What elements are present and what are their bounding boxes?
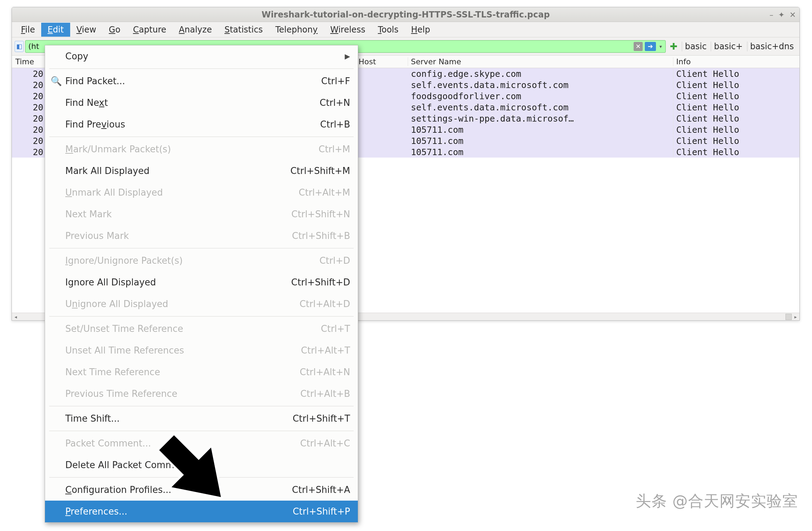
menu-item-label: Set/Unset Time Reference bbox=[65, 323, 321, 334]
menu-item-accel: Ctrl+Alt+N bbox=[300, 367, 350, 377]
menu-item-previous-mark: Previous MarkCtrl+Shift+B bbox=[45, 225, 358, 247]
menu-item-label: Time Shift... bbox=[65, 413, 293, 424]
menu-capture[interactable]: Capture bbox=[127, 23, 172, 37]
menu-wireless[interactable]: Wireless bbox=[324, 23, 371, 37]
menu-item-accel: Ctrl+Shift+B bbox=[292, 231, 350, 241]
menu-item-label: Previous Time Reference bbox=[65, 388, 300, 399]
scroll-thumb[interactable] bbox=[785, 314, 792, 320]
menu-item-ignore-all-displayed[interactable]: Ignore All DisplayedCtrl+Shift+D bbox=[45, 271, 358, 293]
menu-item-label: Delete All Packet Comments bbox=[65, 460, 350, 470]
menu-analyze[interactable]: Analyze bbox=[172, 23, 218, 37]
menu-item-time-shift[interactable]: Time Shift...Ctrl+Shift+T bbox=[45, 408, 358, 429]
menu-item-unmark-all-displayed: Unmark All DisplayedCtrl+Alt+M bbox=[45, 182, 358, 203]
submenu-arrow-icon: ▶ bbox=[345, 52, 350, 60]
minimize-icon[interactable]: – bbox=[769, 10, 773, 19]
menu-separator bbox=[49, 248, 354, 248]
filter-preset-basic-dns[interactable]: basic+dns bbox=[747, 42, 797, 51]
titlebar-controls: – ✦ ✕ bbox=[769, 7, 796, 22]
menu-separator bbox=[49, 68, 354, 69]
col-header-info[interactable]: Info bbox=[673, 57, 799, 66]
menu-item-find-packet[interactable]: 🔍Find Packet...Ctrl+F bbox=[45, 70, 358, 92]
menu-item-accel: Ctrl+Alt+M bbox=[299, 187, 350, 198]
menu-item-accel: Ctrl+Alt+T bbox=[301, 345, 350, 356]
menu-item-mark-unmark-packet-s: Mark/Unmark Packet(s)Ctrl+M bbox=[45, 138, 358, 160]
scroll-right-icon[interactable]: ▸ bbox=[792, 313, 799, 321]
menu-item-next-time-reference: Next Time ReferenceCtrl+Alt+N bbox=[45, 361, 358, 383]
menu-item-label: Previous Mark bbox=[65, 231, 292, 241]
close-icon[interactable]: ✕ bbox=[790, 10, 796, 19]
filter-preset-basic-plus[interactable]: basic+ bbox=[711, 42, 745, 51]
menu-item-accel: Ctrl+Shift+D bbox=[291, 277, 350, 288]
menu-item-accel: Ctrl+M bbox=[319, 144, 350, 154]
menu-item-accel: Ctrl+Alt+C bbox=[300, 438, 350, 449]
menu-item-accel: Ctrl+Shift+P bbox=[293, 506, 350, 517]
menu-item-configuration-profiles[interactable]: Configuration Profiles...Ctrl+Shift+A bbox=[45, 479, 358, 501]
menu-separator bbox=[49, 431, 354, 431]
menu-separator bbox=[49, 316, 354, 317]
menu-item-label: Packet Comment... bbox=[65, 438, 300, 449]
menu-statistics[interactable]: Statistics bbox=[218, 23, 269, 37]
menu-item-accel: Ctrl+Shift+A bbox=[292, 485, 350, 495]
menu-item-accel: Ctrl+Shift+N bbox=[291, 209, 350, 219]
menu-item-accel: Ctrl+Shift+M bbox=[290, 166, 350, 176]
menu-item-delete-all-packet-comments[interactable]: Delete All Packet Comments bbox=[45, 454, 358, 476]
menu-tools[interactable]: Tools bbox=[371, 23, 405, 37]
menu-item-set-unset-time-reference: Set/Unset Time ReferenceCtrl+T bbox=[45, 318, 358, 340]
menu-item-accel: Ctrl+Alt+B bbox=[300, 388, 350, 399]
menu-item-accel: Ctrl+N bbox=[320, 97, 350, 108]
search-icon: 🔍 bbox=[51, 76, 61, 86]
menu-item-copy[interactable]: Copy▶ bbox=[45, 45, 358, 67]
scroll-left-icon[interactable]: ◂ bbox=[12, 313, 20, 321]
col-header-server[interactable]: Server Name bbox=[408, 57, 673, 66]
menu-item-packet-comment: Packet Comment...Ctrl+Alt+C bbox=[45, 432, 358, 454]
menu-item-accel: Ctrl+F bbox=[321, 76, 350, 86]
add-filter-icon[interactable]: ✚ bbox=[667, 41, 680, 52]
menu-item-unset-all-time-references: Unset All Time ReferencesCtrl+Alt+T bbox=[45, 340, 358, 361]
menu-item-label: Mark All Displayed bbox=[65, 166, 290, 176]
menu-item-label: Configuration Profiles... bbox=[65, 485, 292, 495]
menu-item-label: Preferences... bbox=[65, 506, 293, 517]
filter-apply-icon[interactable]: ➔ bbox=[645, 42, 656, 51]
edit-menu-dropdown: Copy▶🔍Find Packet...Ctrl+FFind NextCtrl+… bbox=[45, 45, 358, 523]
filter-preset-basic[interactable]: basic bbox=[682, 42, 709, 51]
maximize-icon[interactable]: ✦ bbox=[778, 10, 784, 19]
menubar: File Edit View Go Capture Analyze Statis… bbox=[12, 22, 799, 37]
menu-item-label: Unmark All Displayed bbox=[65, 187, 299, 198]
menu-item-ignore-unignore-packet-s: Ignore/Unignore Packet(s)Ctrl+D bbox=[45, 250, 358, 271]
menu-edit[interactable]: Edit bbox=[41, 23, 70, 37]
menu-item-accel: Ctrl+Shift+T bbox=[293, 413, 350, 424]
menu-item-label: Ignore All Displayed bbox=[65, 277, 291, 288]
menu-item-label: Copy bbox=[65, 51, 345, 61]
menu-item-label: Find Next bbox=[65, 97, 320, 108]
menu-item-label: Unset All Time References bbox=[65, 345, 301, 356]
menu-item-preferences[interactable]: Preferences...Ctrl+Shift+P bbox=[45, 501, 358, 522]
menu-telephony[interactable]: Telephony bbox=[269, 23, 324, 37]
menu-item-label: Unignore All Displayed bbox=[65, 299, 300, 309]
menu-item-label: Find Packet... bbox=[65, 76, 321, 86]
menu-item-find-previous[interactable]: Find PreviousCtrl+B bbox=[45, 114, 358, 135]
col-header-host[interactable]: Host bbox=[356, 57, 408, 66]
menu-item-label: Next Time Reference bbox=[65, 367, 300, 377]
menu-item-accel: Ctrl+B bbox=[320, 119, 350, 130]
window-title: Wireshark-tutorial-on-decrypting-HTTPS-S… bbox=[261, 10, 550, 20]
menu-item-label: Ignore/Unignore Packet(s) bbox=[65, 255, 319, 266]
menu-item-accel: Ctrl+D bbox=[319, 255, 350, 266]
menu-separator bbox=[49, 137, 354, 137]
menu-item-previous-time-reference: Previous Time ReferenceCtrl+Alt+B bbox=[45, 383, 358, 405]
menu-item-next-mark: Next MarkCtrl+Shift+N bbox=[45, 203, 358, 225]
menu-item-mark-all-displayed[interactable]: Mark All DisplayedCtrl+Shift+M bbox=[45, 160, 358, 182]
watermark-text: 头条 @合天网安实验室 bbox=[636, 491, 798, 511]
bookmark-icon[interactable]: ◧ bbox=[15, 41, 24, 52]
menu-item-find-next[interactable]: Find NextCtrl+N bbox=[45, 92, 358, 114]
menu-item-label: Next Mark bbox=[65, 209, 291, 219]
menu-separator bbox=[49, 406, 354, 406]
menu-help[interactable]: Help bbox=[405, 23, 437, 37]
filter-dropdown-icon[interactable]: ▾ bbox=[658, 44, 663, 49]
menu-view[interactable]: View bbox=[70, 23, 103, 37]
menu-item-label: Mark/Unmark Packet(s) bbox=[65, 144, 319, 154]
menu-go[interactable]: Go bbox=[103, 23, 127, 37]
menu-file[interactable]: File bbox=[15, 23, 41, 37]
filter-clear-icon[interactable]: ✕ bbox=[634, 42, 643, 51]
menu-item-accel: Ctrl+Alt+D bbox=[300, 299, 350, 309]
menu-item-accel: Ctrl+T bbox=[321, 323, 350, 334]
